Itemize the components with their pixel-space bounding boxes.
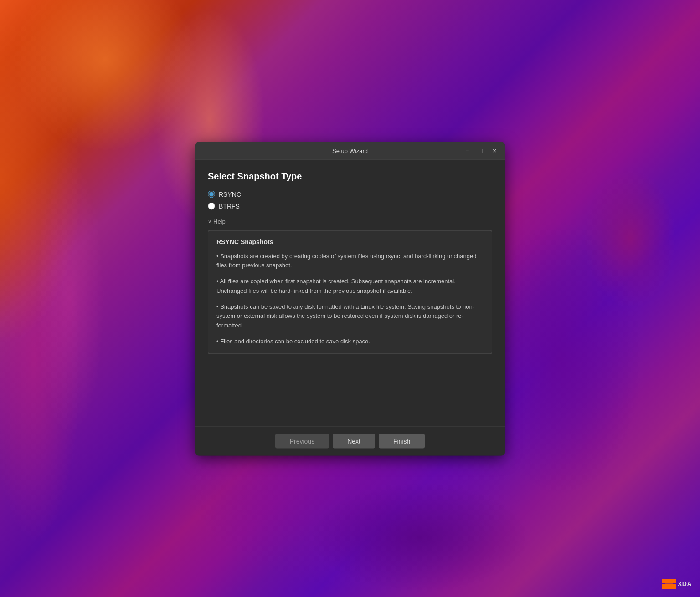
window-content: Select Snapshot Type RSYNC BTRFS ∨ Help: [195, 160, 505, 426]
previous-button[interactable]: Previous: [275, 434, 329, 448]
window-controls: − □ ×: [461, 145, 500, 157]
close-button[interactable]: ×: [489, 145, 500, 157]
chevron-down-icon: ∨: [208, 218, 211, 224]
rsync-radio[interactable]: [208, 190, 215, 198]
help-bullet-4: • Files and directories can be excluded …: [216, 337, 484, 347]
content-area: Select Snapshot Type RSYNC BTRFS ∨ Help: [208, 171, 492, 417]
xda-logo-icon: [662, 579, 676, 589]
next-button[interactable]: Next: [333, 434, 375, 448]
help-bullet-3: • Snapshots can be saved to any disk for…: [216, 302, 484, 330]
help-bullet-2: • All files are copied when first snapsh…: [216, 277, 484, 296]
help-box-title: RSYNC Snapshots: [216, 238, 484, 245]
btrfs-label: BTRFS: [219, 202, 240, 209]
rsync-label: RSYNC: [219, 190, 241, 198]
maximize-button[interactable]: □: [475, 145, 487, 157]
help-toggle-label: Help: [213, 218, 226, 225]
xda-text: XDA: [678, 580, 692, 587]
finish-button[interactable]: Finish: [379, 434, 425, 448]
rsync-option[interactable]: RSYNC: [208, 190, 492, 198]
svg-rect-4: [665, 581, 673, 587]
window-title: Setup Wizard: [332, 147, 368, 154]
help-bullet-1: • Snapshots are created by creating copi…: [216, 251, 484, 270]
xda-watermark: XDA: [662, 579, 692, 589]
titlebar: Setup Wizard − □ ×: [195, 142, 505, 160]
snapshot-type-radio-group: RSYNC BTRFS: [208, 190, 492, 209]
minimize-button[interactable]: −: [461, 145, 473, 157]
btrfs-option[interactable]: BTRFS: [208, 202, 492, 209]
btrfs-radio[interactable]: [208, 202, 215, 209]
page-title: Select Snapshot Type: [208, 171, 492, 181]
help-box: RSYNC Snapshots • Snapshots are created …: [208, 230, 492, 354]
setup-wizard-window: Setup Wizard − □ × Select Snapshot Type …: [195, 142, 505, 455]
help-toggle[interactable]: ∨ Help: [208, 218, 492, 225]
window-footer: Previous Next Finish: [195, 426, 505, 455]
